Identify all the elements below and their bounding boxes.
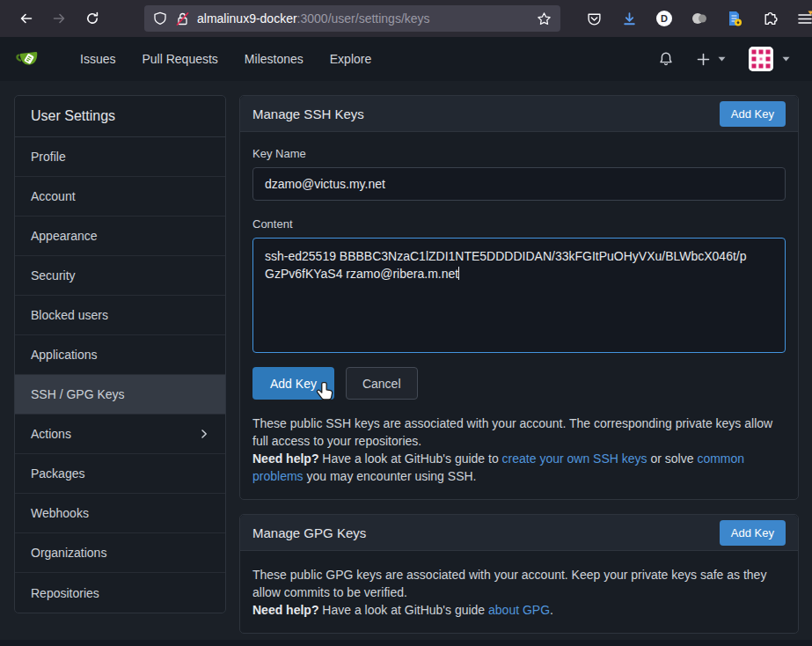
sidebar-item-organizations[interactable]: Organizations [15,533,225,573]
page-footer-strip [0,640,812,646]
menu-hamburger-icon[interactable] [791,5,812,32]
gpg-add-key-header-button[interactable]: Add Key [720,520,786,546]
sidebar-item-actions[interactable]: Actions [15,415,225,454]
key-content-text: ssh-ed25519 BBBBC3NzaC1lZDI1NTE5DDDDIDAN… [265,249,747,281]
pocket-icon[interactable] [580,5,608,32]
browser-toolbar: almalinux9-docker:3000/user/settings/key… [0,0,812,37]
insecure-lock-icon[interactable] [175,11,190,26]
back-button[interactable] [11,5,40,32]
nav-item-milestones[interactable]: Milestones [231,52,317,66]
key-name-input[interactable] [252,167,786,201]
sidebar-item-repositories[interactable]: Repositories [15,573,225,613]
sidebar-title: User Settings [15,96,225,137]
nav-item-explore[interactable]: Explore [317,52,384,66]
add-key-submit-button[interactable]: Add Key [252,367,334,400]
sidebar-item-ssh-gpg-keys[interactable]: SSH / GPG Keys [15,375,225,415]
screen: almalinux9-docker:3000/user/settings/key… [0,0,812,646]
about-gpg-link[interactable]: about GPG [488,603,550,617]
chevron-right-icon [199,429,209,439]
url-text: almalinux9-docker:3000/user/settings/key… [197,11,537,26]
create-new-dropdown[interactable] [690,53,733,66]
sidebar-item-appearance[interactable]: Appearance [15,217,225,256]
url-path: :3000/user/settings/keys [297,11,430,26]
chevron-down-icon [782,56,790,62]
extensions-puzzle-icon[interactable] [756,5,784,32]
gpg-panel-body: These public GPG keys are associated wit… [240,551,798,633]
sidebar-item-applications[interactable]: Applications [15,335,225,375]
bookmark-star-icon[interactable] [537,11,552,26]
settings-main: Manage SSH Keys Add Key Key Name Content… [239,95,799,634]
plus-icon [697,53,710,66]
form-buttons: Add Key Cancel [252,367,786,400]
content-label: Content [252,217,786,231]
sidebar-item-security[interactable]: Security [15,256,225,296]
extension-blob-icon[interactable] [685,5,713,32]
cancel-button[interactable]: Cancel [346,367,418,400]
create-ssh-keys-link[interactable]: create your own SSH keys [502,451,647,466]
svg-text:D: D [661,13,668,24]
sidebar-item-webhooks[interactable]: Webhooks [15,494,225,533]
ssh-description: These public SSH keys are associated wit… [252,415,786,450]
navbar-right [651,47,797,71]
ssh-help-text: These public SSH keys are associated wit… [252,415,786,485]
sidebar-item-blocked-users[interactable]: Blocked users [15,296,225,335]
gitea-logo[interactable] [15,47,42,71]
settings-sidebar: User Settings Profile Account Appearance… [14,95,226,613]
shield-icon[interactable] [153,11,167,26]
reload-button[interactable] [77,5,107,32]
sidebar-item-label: Actions [31,427,71,441]
url-host: almalinux9-docker [197,11,297,26]
download-icon[interactable] [615,5,643,32]
user-menu-dropdown[interactable] [742,47,797,71]
ssh-panel-header: Manage SSH Keys Add Key [240,96,798,132]
key-name-label: Key Name [252,147,786,160]
avatar [749,47,773,71]
gpg-help-text: These public GPG keys are associated wit… [252,566,786,619]
document-extension-icon[interactable] [721,5,749,32]
gpg-need-help-line: Need help? Have a look at GitHub's guide… [252,601,786,619]
toolbar-extensions: D [580,5,812,32]
nav-item-pull-requests[interactable]: Pull Requests [128,52,230,66]
gpg-keys-panel: Manage GPG Keys Add Key These public GPG… [239,514,799,634]
ssh-panel-body: Key Name Content ssh-ed25519 BBBBC3NzaC1… [240,132,798,499]
content-area: User Settings Profile Account Appearance… [0,81,812,634]
sidebar-item-account[interactable]: Account [15,177,225,217]
ssh-need-help-line: Need help? Have a look at GitHub's guide… [252,450,786,485]
gpg-description: These public GPG keys are associated wit… [252,566,786,601]
text-caret [458,267,459,280]
ssh-add-key-header-button[interactable]: Add Key [720,101,786,127]
ssh-panel-title: Manage SSH Keys [252,106,364,121]
app-navbar: Issues Pull Requests Milestones Explore [0,37,812,81]
notifications-bell-icon[interactable] [651,51,681,68]
gpg-panel-title: Manage GPG Keys [252,525,366,540]
gpg-panel-header: Manage GPG Keys Add Key [240,515,798,551]
sidebar-item-profile[interactable]: Profile [15,137,225,177]
nav-item-issues[interactable]: Issues [67,52,128,66]
duckduckgo-extension-icon[interactable]: D [650,5,678,32]
url-bar[interactable]: almalinux9-docker:3000/user/settings/key… [144,5,560,32]
ssh-keys-panel: Manage SSH Keys Add Key Key Name Content… [239,95,799,500]
sidebar-item-packages[interactable]: Packages [15,454,225,494]
key-content-textarea[interactable]: ssh-ed25519 BBBBC3NzaC1lZDI1NTE5DDDDIDAN… [252,238,786,353]
forward-button[interactable] [44,5,74,32]
chevron-down-icon [718,56,726,62]
